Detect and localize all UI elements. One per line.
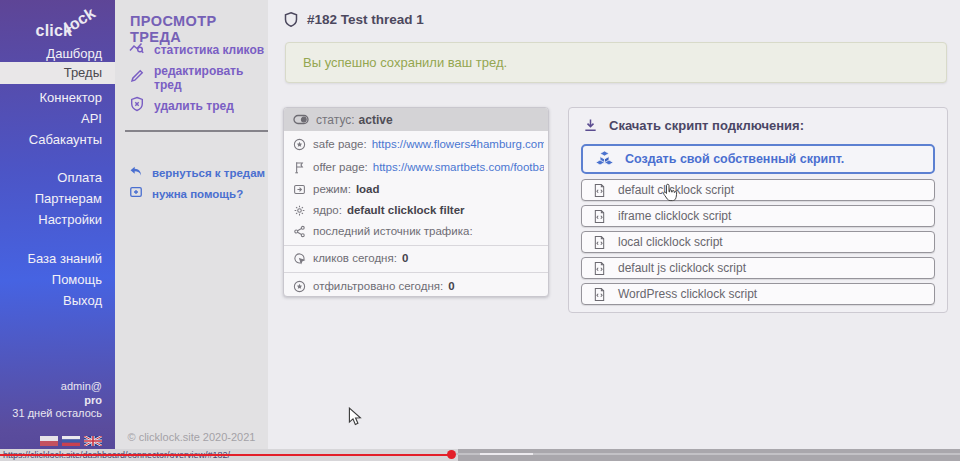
scripts-card-title: Скачать скрипт подключения:	[609, 118, 804, 133]
flag-uk-icon[interactable]	[84, 436, 102, 446]
clicks-today-value: 0	[402, 252, 408, 264]
account-info: admin@ pro 31 дней осталось	[12, 380, 102, 421]
status-value: active	[359, 113, 393, 127]
menu-item-label: статистика кликов	[154, 43, 264, 57]
status-label: статус:	[316, 113, 355, 127]
gear-icon	[293, 204, 306, 217]
sidebar-item-settings[interactable]: Настройки	[0, 209, 115, 230]
filtered-today-label: отфильтровано сегодня:	[313, 280, 443, 292]
traffic-source-row: последний источник трафика:	[293, 224, 544, 238]
page-head: #182 Test thread 1	[283, 11, 424, 28]
file-code-icon	[593, 183, 606, 198]
menu-link-label: нужна помощь?	[152, 188, 243, 200]
sidebar-item-subaccounts[interactable]: Сабакаунты	[0, 129, 115, 150]
script-button-local[interactable]: local clicklock script	[581, 231, 935, 253]
core-row: ядро: default clicklock filter	[293, 203, 544, 217]
shield-icon	[283, 11, 299, 28]
script-button-label: default clicklock script	[618, 183, 734, 197]
card-divider	[284, 245, 548, 246]
account-plan: pro	[12, 394, 102, 408]
menu-item-click-stats[interactable]: статистика кликов	[129, 41, 264, 59]
clicklock-logo: clicklock	[36, 22, 105, 40]
download-icon	[583, 118, 598, 133]
menu-item-label: редактировать тред	[154, 64, 268, 92]
file-code-icon	[593, 261, 606, 276]
pencil-icon	[129, 68, 145, 88]
clicks-today-row: кликов сегодня: 0	[293, 251, 544, 265]
script-button-label: default js clicklock script	[618, 261, 746, 275]
sidebar: clicklock Дашборд Треды Коннектор API Са…	[0, 0, 115, 449]
cubes-icon	[594, 150, 615, 168]
copyright-text: © clicklock.site 2020-2021	[115, 431, 268, 443]
logo-part-lock: lock	[62, 4, 99, 37]
main-content: #182 Test thread 1 Вы успешно сохранили …	[268, 0, 960, 449]
file-code-icon	[593, 287, 606, 302]
core-label: ядро:	[313, 204, 342, 216]
traffic-source-label: последний источник трафика:	[313, 225, 473, 237]
menu-item-label: удалить тред	[154, 99, 234, 113]
star-badge-icon	[293, 280, 306, 293]
cursor-click-icon	[293, 252, 306, 265]
scripts-card-header: Скачать скрипт подключения:	[583, 118, 804, 133]
menu-link-label: вернуться к тредам	[152, 167, 265, 179]
undo-arrow-icon	[129, 164, 143, 182]
menu-divider	[125, 130, 268, 132]
sidebar-item-logout[interactable]: Выход	[0, 290, 115, 311]
menu-link-back-to-threads[interactable]: вернуться к тредам	[129, 164, 265, 182]
offer-page-link[interactable]: https://www.smartbets.com/football/tea..…	[373, 161, 544, 173]
download-scripts-card: Скачать скрипт подключения: Создать	[568, 107, 948, 313]
filtered-today-value: 0	[448, 280, 454, 292]
offer-page-row: offer page: https://www.smartbets.com/fo…	[293, 160, 544, 174]
mode-label: режим:	[313, 183, 351, 195]
player-progress-handle[interactable]	[447, 450, 456, 459]
sidebar-item-knowledge-base[interactable]: База знаний	[0, 248, 115, 269]
script-button-wordpress[interactable]: WordPress clicklock script	[581, 283, 935, 305]
create-custom-script-button[interactable]: Создать свой собственный скрипт.	[581, 144, 935, 174]
mode-icon	[293, 183, 306, 196]
sidebar-item-api[interactable]: API	[0, 108, 115, 129]
filtered-today-row: отфильтровано сегодня: 0	[293, 279, 544, 293]
file-code-icon	[593, 209, 606, 224]
sidebar-item-dashboard[interactable]: Дашборд	[0, 43, 115, 64]
player-progress[interactable]	[0, 454, 448, 456]
script-button-default-js[interactable]: default js clicklock script	[581, 257, 935, 279]
menu-item-delete-thread[interactable]: удалить тред	[129, 97, 234, 115]
sidebar-item-threads[interactable]: Треды	[0, 62, 115, 84]
flag-russia-icon[interactable]	[62, 436, 80, 446]
flag-icon	[293, 161, 306, 174]
menu-item-edit-thread[interactable]: редактировать тред	[129, 69, 268, 87]
file-code-icon	[593, 235, 606, 250]
script-button-label: local clicklock script	[618, 235, 723, 249]
sidebar-item-connector[interactable]: Коннектор	[0, 87, 115, 108]
card-divider	[284, 272, 548, 273]
account-days-left: 31 дней осталось	[12, 407, 102, 421]
mode-value: load	[356, 183, 380, 195]
safe-page-row: safe page: https://www.flowers4hamburg.c…	[293, 137, 544, 151]
sidebar-item-partners[interactable]: Партнерам	[0, 188, 115, 209]
clicklock-dashboard: clicklock Дашборд Треды Коннектор API Са…	[0, 0, 960, 461]
comment-plus-icon	[129, 185, 143, 203]
script-button-label: WordPress clicklock script	[618, 287, 757, 301]
script-button-default[interactable]: default clicklock script	[581, 179, 935, 201]
account-email: admin@	[12, 380, 102, 394]
status-card-header: статус: active	[284, 108, 548, 131]
star-badge-icon	[293, 138, 306, 151]
page-title: #182 Test thread 1	[307, 12, 424, 27]
core-value: default clicklock filter	[347, 204, 465, 216]
offer-page-label: offer page:	[313, 161, 368, 173]
share-icon	[293, 225, 306, 238]
menu-link-need-help[interactable]: нужна помощь?	[129, 185, 243, 203]
safe-page-link[interactable]: https://www.flowers4hamburg.com/	[372, 138, 544, 150]
safe-page-label: safe page:	[313, 138, 367, 150]
flag-poland-icon[interactable]	[40, 436, 58, 446]
success-alert-text: Вы успешно сохранили ваш тред.	[303, 55, 507, 70]
language-switcher	[40, 436, 102, 446]
mode-row: режим: load	[293, 182, 544, 196]
create-custom-script-label: Создать свой собственный скрипт.	[625, 152, 844, 166]
thread-menu-panel: ПРОСМОТР ТРЕДА статистика кликов редакти…	[115, 0, 268, 449]
script-button-iframe[interactable]: iframe clicklock script	[581, 205, 935, 227]
player-buffer	[480, 453, 533, 455]
sidebar-item-payment[interactable]: Оплата	[0, 167, 115, 188]
sidebar-item-help[interactable]: Помощь	[0, 269, 115, 290]
success-alert: Вы успешно сохранили ваш тред.	[285, 42, 947, 83]
